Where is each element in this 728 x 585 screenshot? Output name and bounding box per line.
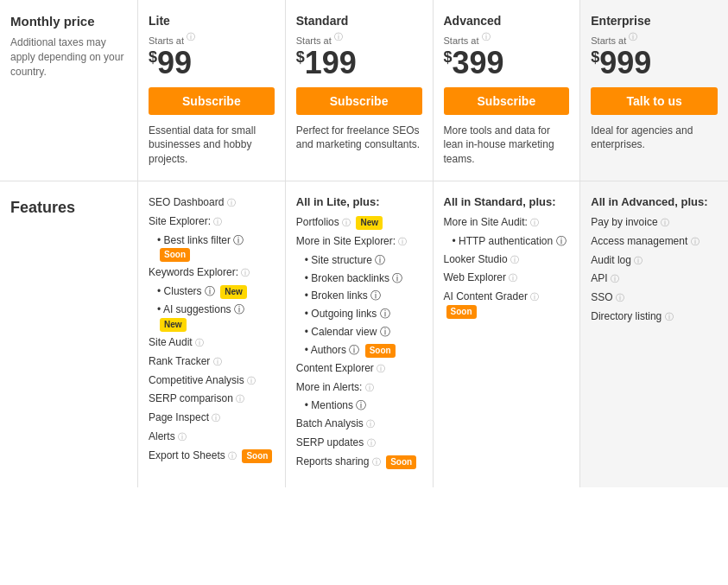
feat-page-inspect: Page Inspect ⓘ (149, 410, 275, 425)
features-label-col: Features (0, 181, 138, 487)
plan-name-advanced: Advanced (444, 14, 570, 28)
plan-desc-lite: Essential data for small businesses and … (149, 124, 275, 167)
info-icon[interactable]: ⓘ (213, 357, 222, 366)
talk-to-us-btn[interactable]: Talk to us (591, 87, 718, 115)
info-icon[interactable]: ⓘ (510, 255, 519, 264)
feat-web-explorer: Web Explorer ⓘ (444, 270, 570, 285)
starts-at-advanced: Starts at ⓘ (444, 31, 570, 46)
info-icon[interactable]: ⓘ (530, 218, 539, 227)
feat-broken-backlinks: Broken backlinks ⓘ (296, 271, 422, 286)
feat-portfolios: Portfolios ⓘ New (296, 215, 422, 230)
starts-at-enterprise: Starts at ⓘ (591, 31, 718, 46)
plan-desc-advanced: More tools and data for lean in-house ma… (444, 124, 570, 167)
feat-rank-tracker: Rank Tracker ⓘ (149, 354, 275, 369)
plan-name-standard: Standard (296, 14, 422, 28)
info-icon[interactable]: ⓘ (241, 268, 250, 277)
badge-soon: Soon (160, 248, 190, 262)
info-icon[interactable]: ⓘ (611, 274, 619, 283)
feat-more-site-audit: More in Site Audit: ⓘ (444, 215, 570, 230)
plan-name-lite: Lite (149, 14, 275, 28)
info-icon[interactable]: ⓘ (375, 254, 385, 266)
info-icon[interactable]: ⓘ (227, 198, 236, 207)
badge-new: New (220, 285, 247, 299)
feat-site-audit: Site Audit ⓘ (149, 335, 275, 350)
standard-features-col: All in Lite, plus: Portfolios ⓘ New More… (286, 181, 434, 487)
feat-ai-content-grader: AI Content Grader ⓘ Soon (444, 289, 570, 319)
plan-desc-standard: Perfect for freelance SEOs and marketing… (296, 124, 422, 153)
price-advanced: $399 (444, 48, 570, 79)
info-icon[interactable]: ⓘ (380, 326, 390, 338)
info-icon[interactable]: ⓘ (367, 438, 376, 448)
plan-name-enterprise: Enterprise (591, 14, 718, 28)
feat-content-explorer: Content Explorer ⓘ (296, 361, 422, 376)
info-icon[interactable]: ⓘ (234, 303, 244, 315)
feat-more-alerts: More in Alerts: ⓘ (296, 380, 422, 395)
info-icon[interactable]: ⓘ (228, 451, 237, 461)
feat-ai-suggestions: AI suggestions ⓘ New (149, 302, 275, 332)
info-icon[interactable]: ⓘ (178, 432, 187, 442)
feat-sso: SSO ⓘ (591, 290, 718, 305)
subscribe-btn-standard[interactable]: Subscribe (296, 87, 422, 115)
info-icon[interactable]: ⓘ (349, 344, 359, 356)
feat-outgoing-links: Outgoing links ⓘ (296, 307, 422, 321)
badge-new: New (160, 318, 187, 332)
subscribe-btn-lite[interactable]: Subscribe (149, 87, 275, 115)
info-icon[interactable]: ⓘ (661, 218, 669, 227)
info-icon[interactable]: ⓘ (380, 308, 390, 320)
feat-looker-studio: Looker Studio ⓘ (444, 252, 570, 267)
info-icon[interactable]: ⓘ (377, 364, 385, 373)
feat-alerts: Alerts ⓘ (149, 429, 275, 444)
info-icon[interactable]: ⓘ (372, 457, 381, 467)
feat-pay-invoice: Pay by invoice ⓘ (591, 215, 718, 230)
info-icon[interactable]: ⓘ (616, 293, 624, 302)
starts-at-standard: Starts at ⓘ (296, 31, 422, 46)
info-icon[interactable]: ⓘ (691, 237, 700, 246)
plan-col-standard: Standard Starts at ⓘ $199 Subscribe Perf… (286, 0, 434, 181)
lite-features-col: SEO Dashboard ⓘ Site Explorer: ⓘ Best li… (138, 181, 286, 487)
feat-site-explorer: Site Explorer: ⓘ (149, 214, 275, 229)
info-icon[interactable]: ⓘ (213, 217, 222, 226)
price-enterprise: $999 (591, 48, 718, 79)
info-icon[interactable]: ⓘ (665, 312, 674, 321)
feat-serp-comparison: SERP comparison ⓘ (149, 391, 275, 406)
feat-reports-sharing: Reports sharing ⓘ Soon (296, 455, 422, 469)
plan-col-enterprise: Enterprise Starts at ⓘ $999 Talk to us I… (580, 0, 728, 181)
features-section: Features SEO Dashboard ⓘ Site Explorer: … (0, 181, 728, 487)
info-icon[interactable]: ⓘ (195, 338, 204, 347)
feat-more-site-explorer: More in Site Explorer: ⓘ (296, 234, 422, 249)
info-icon[interactable]: ⓘ (370, 289, 381, 302)
info-icon[interactable]: ⓘ (398, 237, 407, 246)
feat-broken-links: Broken links ⓘ (296, 289, 422, 303)
badge-new: New (356, 216, 383, 230)
feat-best-links: Best links filter ⓘ Soon (149, 233, 275, 263)
info-icon[interactable]: ⓘ (365, 383, 374, 392)
feat-audit-log: Audit log ⓘ (591, 253, 718, 268)
info-icon[interactable]: ⓘ (212, 413, 220, 423)
info-icon[interactable]: ⓘ (366, 419, 375, 429)
info-icon[interactable]: ⓘ (233, 234, 244, 246)
feat-keywords-explorer: Keywords Explorer: ⓘ (149, 265, 275, 280)
info-icon[interactable]: ⓘ (205, 285, 215, 297)
feat-access-management: Access management ⓘ (591, 234, 718, 249)
advanced-features-col: All in Standard, plus: More in Site Audi… (434, 181, 581, 487)
plan-col-lite: Lite Starts at ⓘ $99 Subscribe Essential… (138, 0, 286, 181)
features-title: Features (10, 195, 127, 217)
info-icon[interactable]: ⓘ (392, 272, 402, 284)
info-icon[interactable]: ⓘ (247, 376, 256, 385)
info-icon[interactable]: ⓘ (236, 394, 244, 404)
badge-soon: Soon (242, 449, 272, 463)
enterprise-features-col: All in Advanced, plus: Pay by invoice ⓘ … (580, 181, 728, 487)
price-standard: $199 (296, 48, 422, 79)
starts-at-lite: Starts at ⓘ (149, 31, 275, 46)
enterprise-features-header: All in Advanced, plus: (591, 195, 718, 208)
badge-soon-reports: Soon (386, 455, 416, 469)
info-icon[interactable]: ⓘ (634, 256, 643, 265)
info-icon[interactable]: ⓘ (530, 292, 539, 302)
info-icon[interactable]: ⓘ (556, 235, 567, 247)
feat-seo-dashboard: SEO Dashboard ⓘ (149, 195, 275, 210)
info-icon[interactable]: ⓘ (356, 399, 366, 411)
info-icon[interactable]: ⓘ (509, 273, 517, 283)
subscribe-btn-advanced[interactable]: Subscribe (444, 87, 570, 115)
pricing-section: Monthly price Additional taxes may apply… (0, 0, 728, 181)
info-icon[interactable]: ⓘ (342, 218, 351, 227)
